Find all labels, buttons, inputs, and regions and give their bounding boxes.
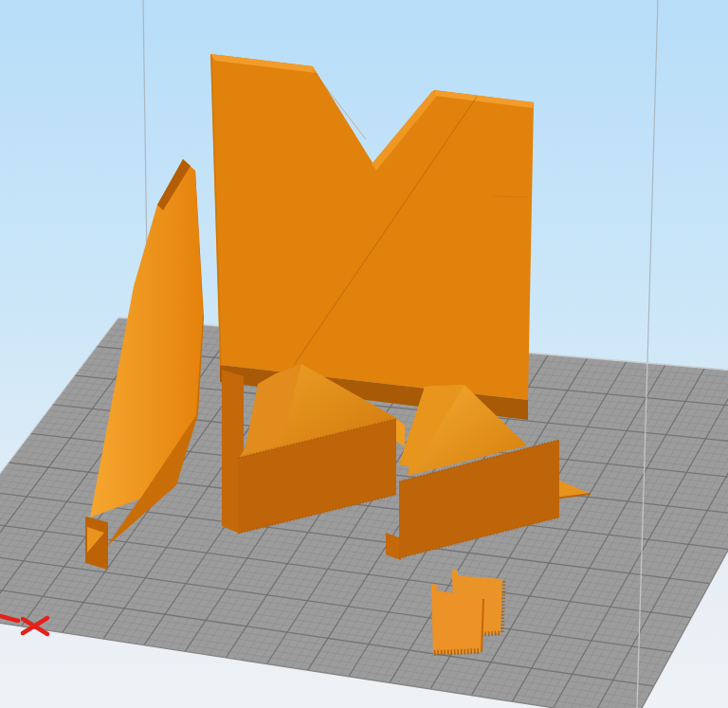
square-front-face bbox=[431, 590, 484, 654]
scene-canvas bbox=[0, 0, 728, 708]
square-front-tab bbox=[431, 584, 437, 593]
square-back-tab bbox=[452, 570, 458, 579]
slicer-3d-viewport[interactable] bbox=[0, 0, 728, 708]
